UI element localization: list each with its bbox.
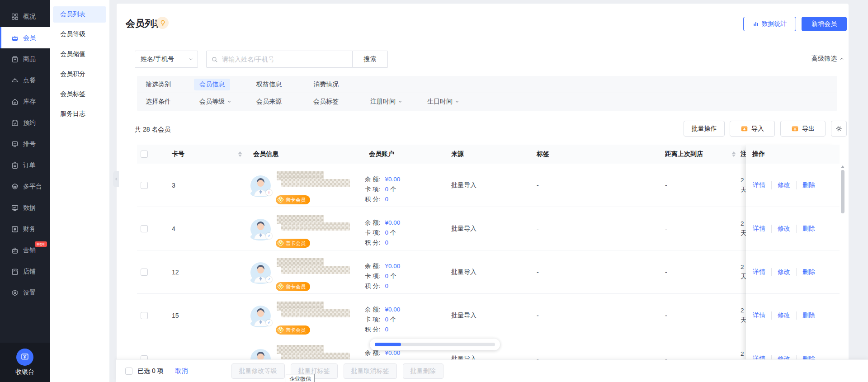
sidebar-collapse-handle[interactable] xyxy=(113,171,119,187)
delete-link[interactable]: 删除 xyxy=(796,181,821,189)
col-last-visit: 距离上次到店 xyxy=(665,145,703,164)
delete-link[interactable]: 删除 xyxy=(796,225,821,233)
column-settings-button[interactable] xyxy=(831,121,847,137)
filter-category-option[interactable]: 消费情况 xyxy=(308,79,365,90)
edit-link[interactable]: 修改 xyxy=(771,225,796,233)
member-name-blurred xyxy=(275,302,354,321)
delete-link[interactable]: 删除 xyxy=(796,268,821,276)
search-input[interactable] xyxy=(221,55,348,63)
filter-category-option[interactable]: 会员信息 xyxy=(194,79,251,90)
member-name-blurred xyxy=(275,258,354,277)
add-member-button[interactable]: 新增会员 xyxy=(802,17,847,31)
batch-action-button[interactable]: 批量删除 xyxy=(403,363,443,379)
col-register-time-cut: 注 xyxy=(741,145,746,164)
submenu-item[interactable]: 会员储值 xyxy=(53,46,106,62)
sidebar-item[interactable]: 预约 xyxy=(0,112,50,133)
submenu-item[interactable]: 会员积分 xyxy=(53,66,106,82)
sidebar-item-label: 会员 xyxy=(23,34,36,42)
row-checkbox[interactable] xyxy=(141,225,148,232)
delete-link[interactable]: 删除 xyxy=(796,311,821,320)
sidebar-item[interactable]: 库存 xyxy=(0,91,50,112)
edit-link[interactable]: 修改 xyxy=(771,268,796,276)
cancel-selection-link[interactable]: 取消 xyxy=(175,367,188,375)
select-all-checkbox[interactable] xyxy=(141,151,148,158)
filter-condition-option[interactable]: 会员标签 xyxy=(308,96,365,108)
detail-link[interactable]: 详情 xyxy=(747,225,771,233)
account-summary: 余 额:¥0.00 卡 项:0个 积 分:0 xyxy=(365,218,400,248)
footer-select-all-checkbox[interactable] xyxy=(125,368,132,375)
cashier-button[interactable]: 收银台 xyxy=(0,343,50,382)
row-operations: 详情 修改 删除 xyxy=(746,250,840,294)
tags-value: - xyxy=(537,164,539,207)
vertical-scrollbar[interactable] xyxy=(840,165,845,359)
submenu-item[interactable]: 服务日志 xyxy=(53,106,106,122)
data-statistics-button[interactable]: 数据统计 xyxy=(743,17,796,31)
col-account: 会员账户 xyxy=(369,145,394,164)
submenu-item[interactable]: 会员列表 xyxy=(53,6,106,23)
avatar: ♀ xyxy=(250,175,271,196)
row-checkbox[interactable] xyxy=(141,269,148,276)
cloche-icon xyxy=(11,76,19,85)
sidebar-item[interactable]: 多平台 xyxy=(0,176,50,197)
chevron-down-icon xyxy=(227,99,231,104)
member-level-badge: V 普卡会员 xyxy=(276,195,310,204)
import-button[interactable]: 导入 xyxy=(730,121,775,137)
sidebar-item[interactable]: 数据 xyxy=(0,197,50,218)
table-row: 3 ♀ V 普卡会员 余 额:¥0.0 xyxy=(137,164,840,207)
balance-value: ¥0.00 xyxy=(385,306,401,313)
row-checkbox[interactable] xyxy=(141,182,148,189)
detail-link[interactable]: 详情 xyxy=(747,181,771,189)
chevron-down-icon xyxy=(455,99,459,104)
edit-link[interactable]: 修改 xyxy=(771,181,796,189)
inventory-icon xyxy=(11,98,19,106)
sidebar-item[interactable]: 店铺 xyxy=(0,261,50,282)
sidebar-item[interactable]: 会员 xyxy=(0,27,50,48)
filter-condition-option[interactable]: 注册时间 xyxy=(365,96,422,108)
submenu-item[interactable]: 会员等级 xyxy=(53,26,106,42)
submenu-item[interactable]: 会员标签 xyxy=(53,86,106,102)
help-lightbulb-icon[interactable] xyxy=(156,17,169,29)
submenu-item-label: 会员标签 xyxy=(60,90,85,98)
last-visit-value: - xyxy=(665,207,667,250)
vertical-scroll-thumb[interactable] xyxy=(841,170,844,213)
export-icon xyxy=(791,125,799,132)
sidebar-item[interactable]: 订单 xyxy=(0,155,50,176)
sidebar-item-label: 多平台 xyxy=(23,183,42,191)
sidebar-item[interactable]: 财务 xyxy=(0,218,50,240)
row-checkbox[interactable] xyxy=(141,312,148,319)
sidebar-item[interactable]: 商品 xyxy=(0,48,50,70)
sidebar-item[interactable]: 排号 xyxy=(0,133,50,155)
search-button[interactable]: 搜索 xyxy=(353,51,388,68)
search-field-select[interactable]: 姓名/手机号 xyxy=(135,51,198,68)
filter-condition-option[interactable]: 生日时间 xyxy=(422,96,479,108)
sidebar-item-label: 设置 xyxy=(23,289,36,297)
sort-card-no[interactable] xyxy=(238,151,242,157)
sidebar-item[interactable]: 点餐 xyxy=(0,70,50,91)
member-submenu: 会员列表 会员等级 会员储值 会员积分 会员标签 服务日志 xyxy=(50,0,109,382)
card-items-value: 0 xyxy=(385,273,389,279)
sidebar-item[interactable]: 概况 xyxy=(0,6,50,27)
detail-link[interactable]: 详情 xyxy=(747,268,771,276)
sidebar-item-label: 订单 xyxy=(23,161,36,170)
sidebar-item-label: 商品 xyxy=(23,55,36,63)
batch-action-button[interactable]: 批量取消标签 xyxy=(344,363,397,379)
sidebar-item[interactable]: 设置 xyxy=(0,282,50,303)
submenu-item-label: 会员等级 xyxy=(60,30,85,38)
clipboard-icon xyxy=(11,161,19,170)
filter-category-option[interactable]: 权益信息 xyxy=(251,79,308,90)
horizontal-scrollbar[interactable] xyxy=(370,339,500,350)
horizontal-scroll-thumb[interactable] xyxy=(375,343,401,346)
batch-action-button[interactable]: 批量修改等级 xyxy=(231,363,285,379)
edit-link[interactable]: 修改 xyxy=(771,311,796,320)
filter-panel: 筛选类别 会员信息 权益信息 消费情况 选择条件 xyxy=(137,76,837,111)
calendar-check-icon xyxy=(11,119,19,127)
detail-link[interactable]: 详情 xyxy=(747,311,771,320)
batch-operation-button[interactable]: 批量操作 xyxy=(684,121,725,137)
scroll-up-arrow[interactable] xyxy=(841,165,844,168)
sidebar-item[interactable]: 营销 HOT xyxy=(0,240,50,261)
filter-condition-option[interactable]: 会员来源 xyxy=(251,96,308,108)
filter-condition-option[interactable]: 会员等级 xyxy=(194,96,251,108)
advanced-filter-toggle[interactable]: 高级筛选 xyxy=(811,55,844,63)
export-button[interactable]: 导出 xyxy=(780,121,826,137)
sort-last-visit[interactable] xyxy=(732,151,736,157)
